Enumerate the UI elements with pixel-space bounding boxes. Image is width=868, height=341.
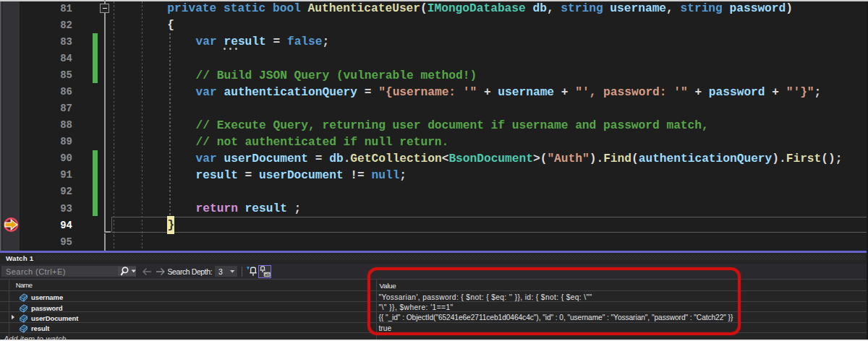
svg-text:ab: ab	[265, 272, 270, 277]
